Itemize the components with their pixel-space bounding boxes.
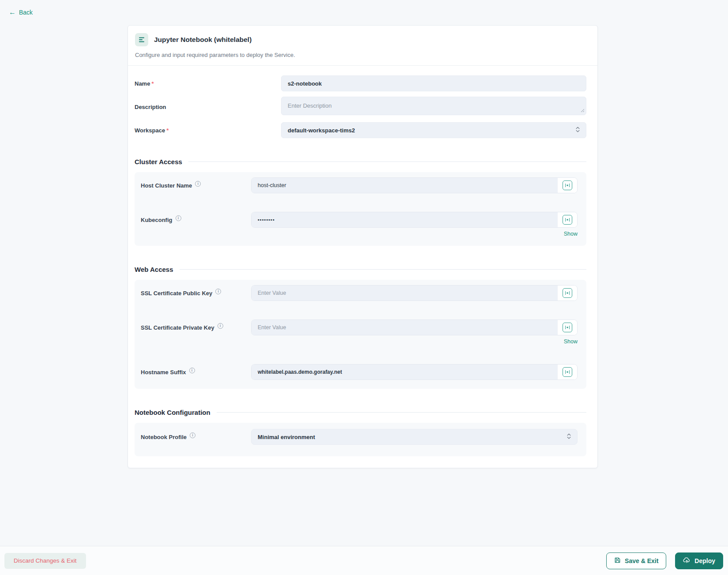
kubeconfig-field: [251, 212, 578, 228]
expression-square-icon: [565, 370, 570, 374]
kubeconfig-label: Kubeconfig i: [141, 217, 251, 223]
expression-square-icon: [565, 291, 570, 295]
host-cluster-name-label: Host Cluster Name i: [141, 182, 251, 189]
expression-button[interactable]: [563, 215, 572, 225]
service-config-card: Jupyter Notebook (whitelabel) Configure …: [128, 25, 598, 468]
workspace-select-value: default-workspace-tims2: [288, 127, 355, 134]
info-circle-icon[interactable]: i: [218, 323, 223, 329]
required-mark: *: [151, 80, 154, 87]
description-input[interactable]: [281, 97, 586, 115]
name-row: Name*: [135, 75, 586, 91]
discard-changes-exit-button[interactable]: Discard Changes & Exit: [4, 553, 86, 569]
ssl-private-key-row: SSL Certificate Private Key i: [141, 319, 578, 335]
workspace-row: Workspace* default-workspace-tims2: [135, 122, 586, 138]
ssl-private-key-show-link[interactable]: Show: [251, 338, 578, 345]
hostname-suffix-input[interactable]: [251, 365, 558, 380]
ssl-public-key-field: [251, 285, 578, 301]
host-cluster-name-row: Host Cluster Name i: [141, 177, 578, 193]
description-row: Description: [135, 97, 586, 117]
back-link-label: Back: [19, 9, 33, 16]
name-input[interactable]: [281, 75, 586, 91]
expression-button[interactable]: [563, 323, 572, 332]
section-title: Notebook Configuration: [135, 409, 210, 416]
page-title: Jupyter Notebook (whitelabel): [154, 36, 251, 44]
host-cluster-name-input[interactable]: [251, 178, 558, 193]
section-divider: [180, 269, 586, 270]
workspace-select[interactable]: default-workspace-tims2: [281, 122, 586, 138]
ssl-public-key-row: SSL Certificate Public Key i: [141, 285, 578, 301]
required-mark: *: [166, 127, 169, 134]
ssl-public-key-input[interactable]: [251, 286, 558, 301]
workspace-label: Workspace*: [135, 127, 281, 134]
info-circle-icon[interactable]: i: [176, 215, 181, 221]
arrow-left-icon: ←: [9, 9, 16, 16]
expression-square-icon: [565, 326, 570, 329]
ssl-private-key-show-row: Show: [141, 338, 578, 345]
save-exit-button[interactable]: Save & Exit: [606, 552, 666, 569]
section-cluster-access: Cluster Access Host Cluster Name i: [135, 158, 586, 246]
section-panel: Notebook Profile i Minimal environment: [135, 423, 586, 456]
name-label: Name*: [135, 80, 281, 87]
notebook-profile-select[interactable]: Minimal environment: [251, 429, 578, 445]
expression-button[interactable]: [563, 367, 572, 377]
info-circle-icon[interactable]: i: [215, 289, 221, 294]
card-body: Name* Description Workspace* default-wor…: [128, 66, 597, 468]
deploy-button[interactable]: Deploy: [675, 552, 723, 569]
kubeconfig-row: Kubeconfig i: [141, 212, 578, 228]
notebook-profile-select-value: Minimal environment: [258, 434, 315, 440]
footer-action-bar: Discard Changes & Exit Save & Exit Deplo: [0, 546, 728, 575]
chevron-up-down-icon: [575, 126, 580, 135]
ssl-private-key-label: SSL Certificate Private Key i: [141, 324, 251, 331]
ssl-public-key-label: SSL Certificate Public Key i: [141, 290, 251, 297]
service-lines-icon: [135, 33, 148, 46]
hostname-suffix-row: Hostname Suffix i: [141, 364, 578, 380]
info-circle-icon[interactable]: i: [195, 181, 201, 187]
section-notebook-configuration: Notebook Configuration Notebook Profile …: [135, 409, 586, 456]
section-panel: SSL Certificate Public Key i: [135, 280, 586, 389]
hostname-suffix-field: [251, 364, 578, 380]
section-title: Cluster Access: [135, 158, 182, 165]
expression-square-icon: [565, 218, 570, 222]
page-subtitle: Configure and input required parameters …: [135, 52, 590, 58]
back-link[interactable]: ← Back: [9, 9, 33, 16]
kubeconfig-show-row: Show: [141, 231, 578, 237]
host-cluster-name-field: [251, 177, 578, 193]
section-web-access: Web Access SSL Certificate Public Key i: [135, 266, 586, 389]
chevron-up-down-icon: [567, 433, 571, 441]
section-divider: [217, 412, 586, 413]
kubeconfig-show-link[interactable]: Show: [251, 231, 578, 237]
section-divider: [188, 162, 586, 162]
section-title: Web Access: [135, 266, 173, 273]
cloud-upload-icon: [683, 557, 690, 565]
notebook-profile-row: Notebook Profile i Minimal environment: [141, 429, 578, 445]
description-label: Description: [135, 104, 281, 110]
hostname-suffix-label: Hostname Suffix i: [141, 369, 251, 376]
expression-square-icon: [565, 184, 570, 187]
resize-handle-icon[interactable]: [581, 106, 585, 114]
kubeconfig-input[interactable]: [251, 212, 558, 227]
ssl-private-key-field: [251, 319, 578, 335]
card-header: Jupyter Notebook (whitelabel) Configure …: [128, 26, 597, 66]
notebook-profile-label: Notebook Profile i: [141, 434, 251, 440]
expression-button[interactable]: [563, 180, 572, 190]
floppy-disk-icon: [614, 557, 621, 565]
ssl-private-key-input[interactable]: [251, 320, 558, 335]
section-panel: Host Cluster Name i Kubecon: [135, 172, 586, 246]
info-circle-icon[interactable]: i: [189, 368, 195, 373]
expression-button[interactable]: [563, 288, 572, 298]
info-circle-icon[interactable]: i: [190, 432, 195, 438]
